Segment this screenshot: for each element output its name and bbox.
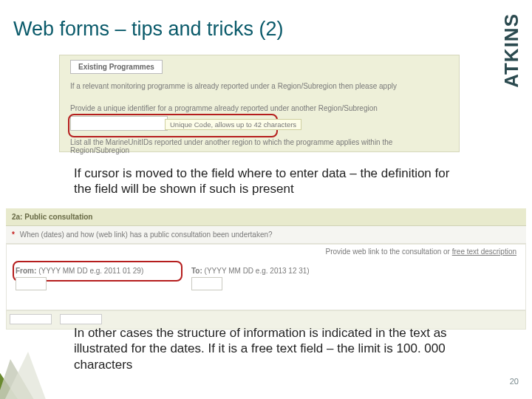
from-input[interactable] <box>16 277 47 290</box>
form-body: Provide web link to the consultation or … <box>6 244 526 310</box>
to-field-group: To: (YYYY MM DD e.g. 2013 12 31) <box>191 267 310 292</box>
tooltip: Unique Code, allows up to 42 characters <box>165 119 301 130</box>
form-section-header: 2a: Public consultation <box>6 208 526 226</box>
to-label: To: <box>191 267 202 275</box>
form-text: List all the MarineUnitIDs reported unde… <box>70 138 451 154</box>
form-hint-right: Provide web link to the consultation or … <box>326 248 516 256</box>
form-screenshot-public-consultation: 2a: Public consultation * When (dates) a… <box>6 208 526 304</box>
hint-prefix: Provide web link to the consultation or <box>326 248 452 256</box>
page-number: 20 <box>510 377 519 386</box>
from-hint: (YYYY MM DD e.g. 2011 01 29) <box>38 267 143 275</box>
form-text: Provide a unique identifier for a progra… <box>70 104 451 112</box>
to-hint: (YYYY MM DD e.g. 2013 12 31) <box>205 267 310 275</box>
footer-button[interactable] <box>10 314 52 324</box>
form-question-row: * When (dates) and how (web link) has a … <box>6 226 526 244</box>
form-text: If a relevant monitoring programme is al… <box>70 82 451 90</box>
caption-2: In other cases the structure of informat… <box>74 325 473 372</box>
page-title: Web forms – tips and tricks (2) <box>13 18 284 41</box>
form-tab[interactable]: Existing Programmes <box>70 60 163 74</box>
slide: Web forms – tips and tricks (2) ATKINS E… <box>0 0 532 399</box>
decorative-shapes <box>0 332 52 399</box>
form-question: When (dates) and how (web link) has a pu… <box>20 231 273 239</box>
brand-logo: ATKINS <box>500 13 523 88</box>
hint-link[interactable]: free text description <box>452 248 516 256</box>
footer-button[interactable] <box>60 314 102 324</box>
from-field-group: From: (YYYY MM DD e.g. 2011 01 29) <box>16 267 143 292</box>
required-star-icon: * <box>12 231 15 239</box>
caption-1: If cursor is moved to the field where to… <box>74 166 458 197</box>
from-label: From: <box>16 267 36 275</box>
form-screenshot-existing-programmes: Existing Programmes If a relevant monito… <box>59 55 460 152</box>
to-input[interactable] <box>191 277 222 290</box>
